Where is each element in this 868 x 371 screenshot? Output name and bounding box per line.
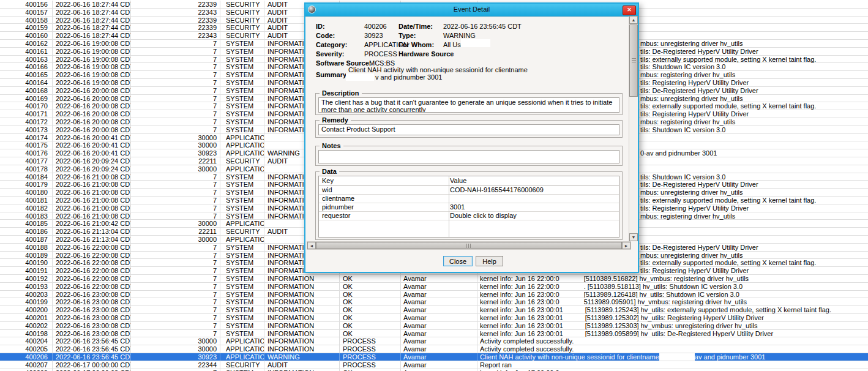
cell-category: APPLICATION <box>220 353 264 361</box>
table-row[interactable]: 4002062022-06-16 23:56:45 CDT30923APPLIC… <box>0 353 868 361</box>
cell-source: Avamar <box>401 369 477 371</box>
message-tail: mbus: registering driver hv_utils <box>640 212 735 220</box>
cell-category: SECURITY <box>220 157 264 165</box>
message-tail: mbus: registering driver hv_utils <box>640 71 735 78</box>
cell-message: kernel info: Jun 16 22:00:0[5110389.5168… <box>477 275 868 282</box>
data-table-row[interactable]: requestorDouble click to display <box>319 212 619 220</box>
scroll-up-icon[interactable]: ▲ <box>629 16 638 24</box>
table-row[interactable]: 4002072022-06-17 00:00:00 CDT22344SECURI… <box>0 361 868 369</box>
cell-status: OK <box>340 330 401 337</box>
scroll-right-icon[interactable]: ► <box>622 242 630 249</box>
cell-status: OK <box>340 291 401 298</box>
data-value: 3001 <box>446 203 465 211</box>
message-tail: tils: externally supported module, setti… <box>640 197 816 204</box>
dialog-titlebar[interactable]: Event Detail ✕ <box>305 4 638 17</box>
message-tail: tils: Registering HyperV Utility Driver <box>640 204 749 212</box>
cell-id: 400160 <box>0 32 53 39</box>
cell-datetime: 2022-06-16 18:27:44 CDT <box>53 17 131 24</box>
cell-category: SYSTEM <box>220 322 264 329</box>
cell-id: 400162 <box>0 40 53 47</box>
table-row[interactable]: 4002042022-06-16 23:56:45 CDT30000APPLIC… <box>0 337 868 345</box>
table-row[interactable]: 4001922022-06-16 22:00:08 CDT7SYSTEMINFO… <box>0 275 868 283</box>
table-row[interactable]: 4001982022-06-16 23:00:08 CDT7SYSTEMINFO… <box>0 330 868 338</box>
cell-id: 400157 <box>0 9 53 16</box>
cell-datetime: 2022-06-16 22:00:08 CDT <box>53 267 131 274</box>
message-tail: 0-av and pidnumber 3001 <box>640 149 717 157</box>
table-row[interactable]: 4002012022-06-16 23:00:08 CDT7SYSTEMINFO… <box>0 314 868 322</box>
cell-category: SYSTEM <box>220 189 264 196</box>
cell-category: APPLICATION <box>220 134 264 141</box>
message-tail: tils: Registering HyperV Utility Driver <box>640 79 749 86</box>
remedy-group: Remedy Contact Product Support <box>315 120 623 138</box>
data-key: clientname <box>319 195 446 203</box>
field-value: 2022-06-16 23:56:45 CDT <box>443 23 522 30</box>
table-row[interactable]: 4002082022-06-17 00:00:08 CDT7SYSTEMINFO… <box>0 369 868 371</box>
cell-category: SYSTEM <box>220 244 264 251</box>
cell-datetime: 2022-06-16 22:00:08 CDT <box>53 283 131 290</box>
message-tail: tils: externally supported module, setti… <box>640 56 816 63</box>
table-row[interactable]: 4002002022-06-16 23:00:08 CDT7SYSTEMINFO… <box>0 306 868 314</box>
cell-code: 30000 <box>131 134 220 141</box>
table-row[interactable]: 4001932022-06-16 22:00:08 CDT7SYSTEMINFO… <box>0 283 868 291</box>
cell-category: SYSTEM <box>220 314 264 321</box>
cell-datetime: 2022-06-16 21:13:04 CDT <box>53 236 131 243</box>
close-button[interactable]: Close <box>443 256 473 266</box>
cell-severity: INFORMATION <box>264 322 340 329</box>
scrollbar-thumb[interactable] <box>316 242 622 249</box>
cell-id: 400199 <box>0 298 53 305</box>
cell-code: 30000 <box>131 165 220 173</box>
cell-category: SECURITY <box>220 361 264 369</box>
cell-id: 400192 <box>0 275 53 282</box>
cell-datetime: 2022-06-16 20:00:08 CDT <box>53 126 131 133</box>
dialog-vertical-scrollbar[interactable]: ▲ ▼ <box>629 16 638 241</box>
data-table-row[interactable]: clientname <box>319 195 619 203</box>
cell-category: SECURITY <box>220 17 264 24</box>
notes-label: Notes <box>320 142 343 149</box>
data-table-row[interactable]: pidnumber3001 <box>319 203 619 212</box>
message-tail: tils: externally supported module, setti… <box>640 102 816 110</box>
close-icon[interactable]: ✕ <box>623 6 636 15</box>
cell-datetime: 2022-06-16 18:27:44 CDT <box>53 9 131 16</box>
table-row[interactable]: 4001992022-06-16 23:00:08 CDT7SYSTEMINFO… <box>0 298 868 306</box>
field-label: Hardware Source <box>398 50 454 58</box>
cell-id: 400171 <box>0 110 53 118</box>
cell-category: SYSTEM <box>220 369 264 371</box>
cell-datetime: 2022-06-16 18:27:44 CDT <box>53 1 131 8</box>
message-tail: tils: De-Registered HyperV Utility Drive… <box>640 181 758 188</box>
cell-code: 30000 <box>131 236 220 243</box>
data-table-header: KeyValue <box>319 176 619 186</box>
cell-code: 30000 <box>131 345 220 353</box>
cell-id: 400168 <box>0 87 53 94</box>
dialog-title: Event Detail <box>305 6 638 13</box>
cell-message: kernel info: Jun 16 22:00:0. [5110389.51… <box>477 283 868 290</box>
cell-datetime: 2022-06-16 20:09:24 CDT <box>53 157 131 165</box>
cell-code: 30923 <box>131 149 220 157</box>
redaction-box <box>559 275 584 282</box>
cell-code: 7 <box>131 48 220 55</box>
cell-datetime: 2022-06-16 21:00:08 CDT <box>53 212 131 220</box>
cell-status: OK <box>340 306 401 313</box>
cell-id: 400191 <box>0 267 53 274</box>
scroll-left-icon[interactable]: ◄ <box>307 242 316 249</box>
table-row[interactable]: 4002052022-06-16 23:56:45 CDT30000APPLIC… <box>0 345 868 353</box>
field-label: Date/Time: <box>398 23 433 30</box>
scroll-down-icon[interactable]: ▼ <box>629 233 638 241</box>
redaction-box <box>659 353 695 361</box>
cell-code: 7 <box>131 40 220 47</box>
dialog-horizontal-scrollbar[interactable]: ◄ ► <box>307 241 631 250</box>
data-table-row[interactable]: widCOD-NAH-9165544176000609 <box>319 186 619 195</box>
table-row[interactable]: 4002032022-06-16 23:00:08 CDT7SYSTEMINFO… <box>0 291 868 299</box>
scrollbar-thumb[interactable] <box>629 24 638 97</box>
help-button[interactable]: Help <box>476 256 503 266</box>
table-row[interactable]: 4002022022-06-16 23:00:08 CDT7SYSTEMINFO… <box>0 322 868 330</box>
field-value: 400206 <box>364 23 387 30</box>
cell-message: kernel info: Jun 16 23:00:01[5113989.125… <box>477 314 868 321</box>
cell-source: Avamar <box>401 275 477 282</box>
cell-code: 22339 <box>131 1 220 8</box>
cell-code: 22344 <box>131 361 220 369</box>
notes-input[interactable] <box>318 150 619 163</box>
event-detail-dialog: Event Detail ✕ ID:400206Code:30923Catego… <box>304 2 639 273</box>
cell-id: 400193 <box>0 283 53 290</box>
message-tail: tils: Registering HyperV Utility Driver <box>640 110 749 118</box>
cell-datetime: 2022-06-16 23:56:45 CDT <box>53 345 131 353</box>
